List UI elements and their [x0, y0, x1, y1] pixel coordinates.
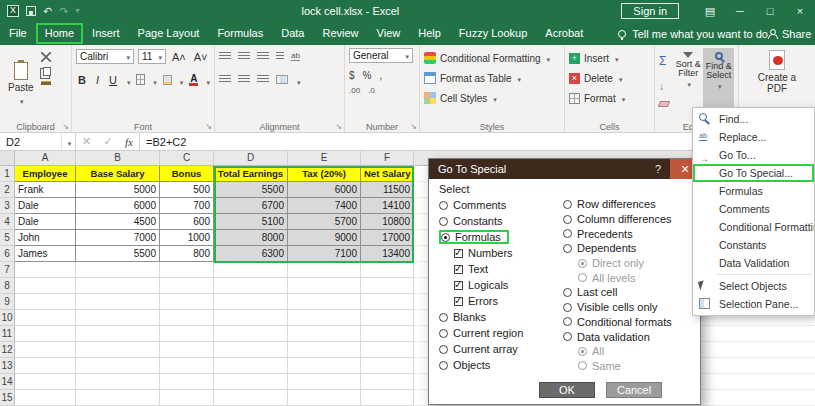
save-icon[interactable]: [26, 6, 36, 16]
cell[interactable]: [76, 358, 160, 374]
checkbox-logicals[interactable]: Logicals: [439, 277, 563, 293]
cell-E5[interactable]: 9000: [288, 230, 361, 246]
cell-F6[interactable]: 13400: [361, 246, 414, 262]
cell-B1[interactable]: Base Salary: [76, 166, 160, 182]
menu-item-select-objects[interactable]: Select Objects: [693, 277, 814, 295]
clipboard-dialog-launcher-icon[interactable]: ↘: [62, 122, 69, 131]
font-dialog-launcher-icon[interactable]: ↘: [205, 122, 212, 131]
cell-D5[interactable]: 8000: [214, 230, 288, 246]
tab-formulas[interactable]: Formulas: [208, 23, 272, 44]
cell-D2[interactable]: 5500: [214, 182, 288, 198]
cell-E4[interactable]: 5700: [288, 214, 361, 230]
cell-D1[interactable]: Total Earnings: [214, 166, 288, 182]
close-icon[interactable]: ×: [785, 0, 815, 22]
menu-item-comments[interactable]: Comments: [693, 200, 814, 218]
cell-C1[interactable]: Bonus: [160, 166, 214, 182]
tab-review[interactable]: Review: [313, 23, 367, 44]
cell[interactable]: [361, 294, 414, 310]
share-button[interactable]: Share: [768, 28, 811, 40]
dialog-title-bar[interactable]: Go To Special ? ✕: [429, 159, 700, 179]
menu-item-formulas[interactable]: Formulas: [693, 182, 814, 200]
cell-B5[interactable]: 7000: [76, 230, 160, 246]
row-header[interactable]: 5: [0, 230, 15, 246]
checkbox-errors[interactable]: Errors: [439, 293, 563, 309]
cell-A5[interactable]: John: [15, 230, 76, 246]
radio-conditional-formats[interactable]: Conditional formats: [563, 315, 690, 330]
cell[interactable]: [214, 310, 288, 326]
align-center-icon[interactable]: [238, 75, 250, 84]
radio-formulas[interactable]: Formulas: [439, 229, 563, 245]
decrease-decimal-icon[interactable]: .0: [368, 86, 375, 95]
number-dialog-launcher-icon[interactable]: ↘: [410, 122, 417, 131]
tab-acrobat[interactable]: Acrobat: [536, 23, 592, 44]
bold-button[interactable]: B: [76, 74, 88, 86]
checkbox-numbers[interactable]: Numbers: [439, 245, 563, 261]
row-header[interactable]: 13: [0, 358, 15, 374]
radio-current-region[interactable]: Current region: [439, 325, 563, 341]
radio-comments[interactable]: Comments: [439, 197, 563, 213]
radio-constants[interactable]: Constants: [439, 213, 563, 229]
italic-button[interactable]: I: [94, 74, 101, 86]
cell-F2[interactable]: 11500: [361, 182, 414, 198]
radio-dependents[interactable]: Dependents: [563, 241, 690, 256]
cell[interactable]: [288, 374, 361, 390]
radio-precedents[interactable]: Precedents: [563, 226, 690, 241]
column-header-E[interactable]: E: [288, 151, 361, 165]
menu-item-data-validation[interactable]: Data Validation: [693, 254, 814, 272]
cut-icon[interactable]: [41, 52, 51, 62]
radio-objects[interactable]: Objects: [439, 357, 563, 373]
cell-F3[interactable]: 14100: [361, 198, 414, 214]
cell-C2[interactable]: 500: [160, 182, 214, 198]
cell[interactable]: [15, 294, 76, 310]
font-color-icon[interactable]: [189, 74, 198, 86]
menu-item-constants[interactable]: Constants: [693, 236, 814, 254]
cell[interactable]: [214, 342, 288, 358]
font-name-select[interactable]: Calibri: [76, 49, 134, 64]
copy-icon[interactable]: [43, 67, 51, 76]
cell-C6[interactable]: 800: [160, 246, 214, 262]
cell[interactable]: [15, 374, 76, 390]
cell[interactable]: [160, 326, 214, 342]
cell[interactable]: [288, 278, 361, 294]
accounting-format-icon[interactable]: $: [349, 70, 355, 81]
row-header[interactable]: 3: [0, 198, 15, 214]
sign-in-button[interactable]: Sign in: [621, 3, 679, 19]
alignment-dialog-launcher-icon[interactable]: ↘: [335, 122, 342, 131]
orientation-icon[interactable]: [276, 52, 284, 61]
format-cells-button[interactable]: Format: [569, 88, 650, 108]
cell[interactable]: [361, 326, 414, 342]
cell[interactable]: [15, 278, 76, 294]
cell-E3[interactable]: 7400: [288, 198, 361, 214]
cell-C3[interactable]: 700: [160, 198, 214, 214]
row-header[interactable]: 12: [0, 342, 15, 358]
cell-A1[interactable]: Employee: [15, 166, 76, 182]
row-header[interactable]: 10: [0, 310, 15, 326]
cell-A4[interactable]: Dale: [15, 214, 76, 230]
cell-F1[interactable]: Net Salary: [361, 166, 414, 182]
cell-D3[interactable]: 6700: [214, 198, 288, 214]
cell-E2[interactable]: 6000: [288, 182, 361, 198]
tell-me-search[interactable]: Tell me what you want to do: [618, 28, 768, 40]
cell[interactable]: [214, 358, 288, 374]
row-header[interactable]: 14: [0, 374, 15, 390]
cell[interactable]: [76, 374, 160, 390]
increase-decimal-icon[interactable]: .00: [349, 86, 360, 95]
align-top-icon[interactable]: [219, 52, 231, 61]
radio-data-validation[interactable]: Data validation: [563, 329, 690, 344]
merge-center-icon[interactable]: [276, 75, 288, 84]
underline-button[interactable]: U: [107, 74, 119, 86]
cell[interactable]: [76, 342, 160, 358]
menu-item-find[interactable]: Find...: [693, 110, 814, 128]
ok-button[interactable]: OK: [539, 382, 595, 398]
cell[interactable]: [361, 278, 414, 294]
underline-dropdown-icon[interactable]: [125, 71, 131, 89]
cell[interactable]: [76, 310, 160, 326]
cell-B2[interactable]: 5000: [76, 182, 160, 198]
cell[interactable]: [160, 358, 214, 374]
tab-data[interactable]: Data: [272, 23, 313, 44]
cell[interactable]: [15, 390, 76, 406]
cancel-button[interactable]: Cancel: [606, 382, 662, 398]
menu-item-replace[interactable]: abReplace...: [693, 128, 814, 146]
select-all-corner[interactable]: [0, 151, 15, 165]
menu-item-selection-pane[interactable]: Selection Pane...: [693, 295, 814, 313]
